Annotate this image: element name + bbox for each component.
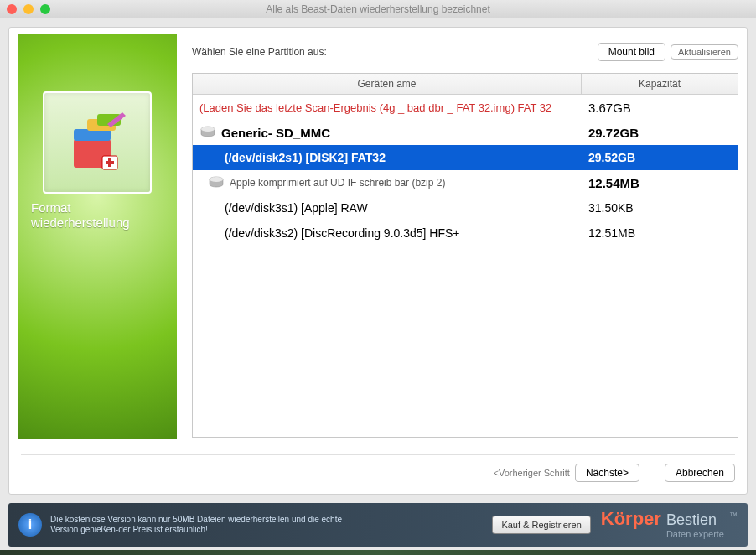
table-row[interactable]: (/dev/disk3s2) [DiscRecording 9.0.3d5] H… [193, 220, 738, 246]
capacity-cell: 12.51MB [582, 223, 738, 243]
buy-register-button[interactable]: Kauf & Registrieren [492, 516, 590, 534]
table-row[interactable]: Generic- SD_MMC29.72GB [193, 120, 738, 145]
capacity-cell: 3.67GB [582, 97, 738, 118]
table-row[interactable]: (/dev/disk2s1) [DISK2] FAT3229.52GB [193, 145, 738, 170]
cancel-button[interactable]: Abbrechen [665, 464, 735, 482]
divider [21, 454, 735, 455]
svg-rect-6 [106, 161, 114, 164]
device-name-cell: Apple komprimiert auf UD IF schreib bar … [193, 173, 582, 193]
device-name-cell: (/dev/disk3s1) [Apple] RAW [193, 198, 582, 218]
svg-point-10 [210, 177, 223, 182]
brand-left: Körper [601, 511, 661, 528]
mount-image-button[interactable]: Mount bild [598, 43, 665, 61]
device-name-cell: (Laden Sie das letzte Scan-Ergebnis (4g … [193, 98, 582, 117]
footer-banner: i Die kostenlose Version kann nur 50MB D… [8, 503, 748, 547]
window-title: Alle als Beast-Daten wiederherstellung b… [0, 3, 756, 15]
minimize-icon[interactable] [23, 4, 34, 14]
drive-icon [199, 126, 216, 139]
device-name-cell: Generic- SD_MMC [193, 122, 582, 143]
table-header: Geräten ame Kapazität [193, 74, 738, 95]
sidebar-title: Format wiederherstellung [26, 200, 168, 231]
trademark-icon: ™ [729, 511, 738, 520]
next-button[interactable]: Nächste> [575, 464, 639, 482]
svg-point-8 [201, 127, 215, 132]
capacity-cell: 29.52GB [582, 148, 738, 168]
top-row: Wählen Sie eine Partition aus: Mount bil… [192, 43, 738, 61]
table-body: (Laden Sie das letzte Scan-Ergebnis (4g … [193, 95, 738, 246]
partition-prompt: Wählen Sie eine Partition aus: [192, 46, 327, 58]
footer-text: Die kostenlose Version kann nur 50MB Dat… [50, 515, 352, 535]
format-recovery-icon [43, 91, 152, 194]
table-row[interactable]: (/dev/disk3s1) [Apple] RAW31.50KB [193, 195, 738, 220]
info-icon: i [18, 513, 42, 537]
table-row[interactable]: (Laden Sie das letzte Scan-Ergebnis (4g … [193, 95, 738, 120]
capacity-cell: 29.72GB [582, 122, 738, 143]
table-row[interactable]: Apple komprimiert auf UD IF schreib bar … [193, 170, 738, 195]
prev-step-label[interactable]: <Vorheriger Schritt [494, 468, 570, 478]
svg-rect-1 [74, 129, 111, 141]
bottom-strip [0, 550, 756, 555]
titlebar: Alle als Beast-Daten wiederherstellung b… [0, 0, 756, 18]
partition-table: Geräten ame Kapazität (Laden Sie das let… [192, 73, 738, 438]
brand-sub: Daten experte [666, 529, 724, 539]
maximize-icon[interactable] [40, 4, 50, 14]
device-name-cell: (/dev/disk2s1) [DISK2] FAT32 [193, 148, 582, 168]
col-capacity: Kapazität [582, 74, 738, 94]
traffic-lights [0, 4, 50, 14]
capacity-cell: 31.50KB [582, 198, 738, 218]
brand-right: Bestien [666, 511, 724, 529]
close-icon[interactable] [7, 4, 17, 14]
col-device-name: Geräten ame [193, 74, 582, 94]
drive-icon [208, 176, 225, 189]
main-card: Format wiederherstellung Wählen Sie eine… [8, 27, 748, 495]
main-panel: Wählen Sie eine Partition aus: Mount bil… [177, 28, 747, 446]
refresh-button[interactable]: Aktualisieren [671, 44, 738, 60]
brand: Körper Bestien Daten experte ™ [601, 511, 738, 539]
bottom-nav: <Vorheriger Schritt Nächste> Abbrechen [9, 464, 747, 494]
device-name-cell: (/dev/disk3s2) [DiscRecording 9.0.3d5] H… [193, 223, 582, 243]
capacity-cell: 12.54MB [582, 173, 738, 194]
sidebar: Format wiederherstellung [18, 34, 177, 439]
